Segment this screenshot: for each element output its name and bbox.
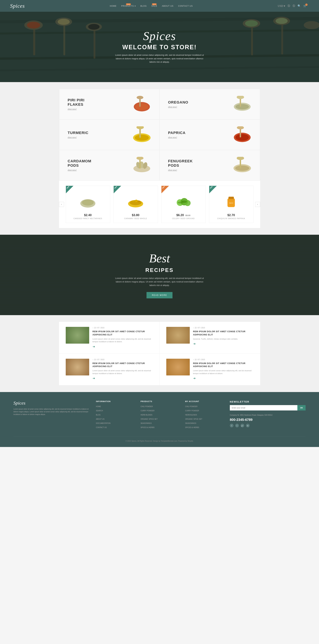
newsletter-email-input[interactable] — [230, 405, 297, 410]
category-oregano[interactable]: OREGANO shop now! — [160, 89, 260, 120]
footer-account-herb[interactable]: HERB BLENDS — [185, 413, 223, 416]
category-oregano-img — [230, 96, 251, 112]
nav-link-about[interactable]: ABOUT US — [162, 5, 173, 7]
footer-copyright: © 2015 Spices. All Rights Reserved. Desi… — [14, 436, 305, 442]
product-illustration-1 — [80, 193, 96, 208]
category-cardamom-name: CARDAMOMPODS — [68, 159, 91, 168]
nav-item-sale[interactable]: SALE NEW — [151, 4, 157, 7]
svg-point-45 — [235, 166, 249, 171]
slider-prev-button[interactable]: ‹ — [59, 202, 64, 207]
footer-product-chili[interactable]: CHILI POWDER — [140, 405, 178, 408]
nav-links: HOME PRODUCTS ▾ SALE BLOG SALE NEW ABOUT… — [110, 4, 193, 7]
footer-link-about[interactable]: ABOUT US — [96, 417, 134, 420]
footer-product-herb[interactable]: HERB BLENDS — [140, 413, 178, 416]
svg-rect-61 — [228, 197, 234, 199]
category-oregano-shop[interactable]: shop now! — [168, 106, 188, 108]
blog-arrow-4[interactable]: ➜ — [193, 376, 253, 380]
blog-title-3: REM IPSUM DOLOR SIT AMET CONSE CTETUR AD… — [93, 362, 153, 368]
footer-products-title: PRODUCTS — [140, 400, 178, 402]
category-cardamom[interactable]: CARDAMOMPODS shop now! — [59, 150, 160, 180]
product-name-4: CHIQUILIN SMOKED PAPRIKA — [213, 218, 250, 220]
blog-excerpt-2: Quiserat, TuofIs, defenit, minias sinsli… — [193, 338, 253, 340]
newsletter-title: NEWSLETTER — [230, 400, 305, 403]
blog-arrow-1[interactable]: ➜ — [93, 345, 153, 348]
footer-account-links: CHILI POWDER CURRY POWDER HERB BLENDS OR… — [185, 405, 223, 429]
footer-information-col: INFORMATION HOME SEARCH BLOG ABOUT US DO… — [96, 400, 134, 430]
slider-next-button[interactable]: › — [255, 202, 260, 207]
footer-information-links: HOME SEARCH BLOG ABOUT US DOCUMENTATION … — [96, 405, 134, 429]
nav-link-blog[interactable]: BLOG — [140, 5, 147, 7]
social-twitter-icon[interactable]: t — [235, 424, 239, 428]
footer-link-home[interactable]: HOME — [96, 405, 134, 408]
hero-section: Spices WELCOME TO STORE! Lorem ipsum dol… — [0, 12, 319, 82]
category-piri-piri-shop[interactable]: shop now! — [68, 108, 85, 110]
blog-card-4: 22 / 07 / 2015 REM IPSUM DOLOR SIT AMET … — [160, 354, 260, 385]
blog-excerpt-3: Lorem ipsum dolor sit amet conse ctetur … — [93, 369, 153, 375]
footer-account-spices[interactable]: SPICES & HERBS — [185, 426, 223, 429]
newsletter-submit-button[interactable]: OK — [297, 405, 305, 410]
footer-account-organic[interactable]: ORGANIC SPICE SET — [185, 417, 223, 420]
product-badge-1 — [66, 186, 73, 193]
nav-link-home[interactable]: HOME — [110, 5, 117, 7]
blog-arrow-3[interactable]: ➜ — [93, 376, 153, 380]
footer-account-curry[interactable]: CURRY POWDER — [185, 409, 223, 412]
footer-description: Lorem ipsum dolor sit amet conse ctetur … — [14, 408, 89, 416]
category-turmeric-img — [129, 126, 151, 143]
footer-link-contact[interactable]: CONTACT US — [96, 426, 134, 429]
blog-content-2: 22 / 07 / 2015 REM IPSUM DOLOR SIT AMET … — [193, 327, 253, 346]
newsletter-form: OK — [230, 405, 305, 410]
footer-link-search[interactable]: SEARCH — [96, 409, 134, 412]
svg-point-33 — [136, 126, 144, 129]
category-paprica[interactable]: PAPRICA shop now! — [160, 120, 260, 150]
account-icon[interactable]: ⓑ — [292, 4, 295, 8]
nav-link-products[interactable]: PRODUCTS ▾ — [121, 5, 136, 7]
category-turmeric-text: TURMERIC shop now! — [68, 131, 89, 139]
blog-grid: 22 / 07 / 2015 REM IPSUM DOLOR SIT AMET … — [59, 322, 260, 385]
category-piri-piri[interactable]: PIRI PIRIFLAKES shop now! — [59, 89, 160, 120]
blog-arrow-2[interactable]: ➜ — [193, 342, 253, 346]
nav-link-sale[interactable]: SALE — [151, 5, 157, 7]
login-icon[interactable]: ⓑ — [287, 4, 290, 8]
fenugreek-illustration — [230, 157, 251, 174]
footer-link-blog[interactable]: BLOG — [96, 413, 134, 416]
piri-piri-illustration — [129, 96, 151, 112]
nav-item-about[interactable]: ABOUT US — [162, 4, 173, 7]
product-price-1: $2.40 — [69, 214, 107, 217]
nav-link-contact[interactable]: CONTACT US — [178, 5, 193, 7]
read-more-button[interactable]: READ MORE — [147, 292, 172, 298]
cart-icon[interactable]: 🛒1 — [303, 4, 309, 8]
nav-item-products[interactable]: PRODUCTS ▾ SALE — [121, 4, 136, 7]
nav-item-blog[interactable]: BLOG — [140, 4, 147, 7]
footer-account-chili[interactable]: CHILI POWDER — [185, 405, 223, 408]
turmeric-illustration — [129, 126, 151, 143]
category-fenugreek-shop[interactable]: shop now! — [168, 169, 193, 172]
svg-point-25 — [137, 96, 143, 99]
product-card-3: NEW $6.20 $8.00 CELERY SEED GROUND — [161, 186, 206, 223]
svg-text:Spices: Spices — [229, 202, 233, 204]
oregano-illustration — [230, 96, 251, 112]
hero-description: Lorem ipsum dolor sit amet conse ctetur … — [114, 54, 205, 64]
footer-product-seasonings[interactable]: SEASONINGS — [140, 422, 178, 424]
footer-product-curry[interactable]: CURRY POWDER — [140, 409, 178, 412]
category-paprica-shop[interactable]: shop now! — [168, 136, 186, 139]
footer-link-documentation[interactable]: DOCUMENTATION — [96, 422, 134, 424]
search-icon[interactable]: 🔍 — [297, 4, 301, 8]
category-fenugreek[interactable]: FENUGREEKPODS shop now! — [160, 150, 260, 180]
footer-product-organic[interactable]: ORGANIC SPICE SET — [140, 417, 178, 420]
blog-excerpt-1: Lorem ipsum dolor sit amet conse ctetur … — [93, 338, 153, 343]
social-facebook-icon[interactable]: f — [230, 424, 233, 428]
footer-account-seasonings[interactable]: SEASONINGS — [185, 422, 223, 424]
social-googleplus-icon[interactable]: g+ — [240, 424, 244, 428]
category-cardamom-shop[interactable]: shop now! — [68, 169, 91, 172]
svg-point-31 — [135, 135, 149, 141]
nav-logo[interactable]: Spices — [10, 3, 25, 9]
blog-date-1: 22 / 07 / 2015 — [93, 327, 153, 329]
category-turmeric-shop[interactable]: shop now! — [68, 136, 89, 139]
footer-product-spices[interactable]: SPICES & HERBS — [140, 426, 178, 429]
footer-account-title: MY ACCOUNT — [185, 400, 223, 402]
nav-item-contact[interactable]: CONTACT US — [178, 4, 193, 7]
category-turmeric[interactable]: TURMERIC shop now! — [59, 120, 160, 150]
nav-item-home[interactable]: HOME — [110, 4, 117, 7]
social-linkedin-icon[interactable]: in — [246, 424, 250, 428]
currency-selector[interactable]: USD ▾ — [278, 4, 285, 8]
